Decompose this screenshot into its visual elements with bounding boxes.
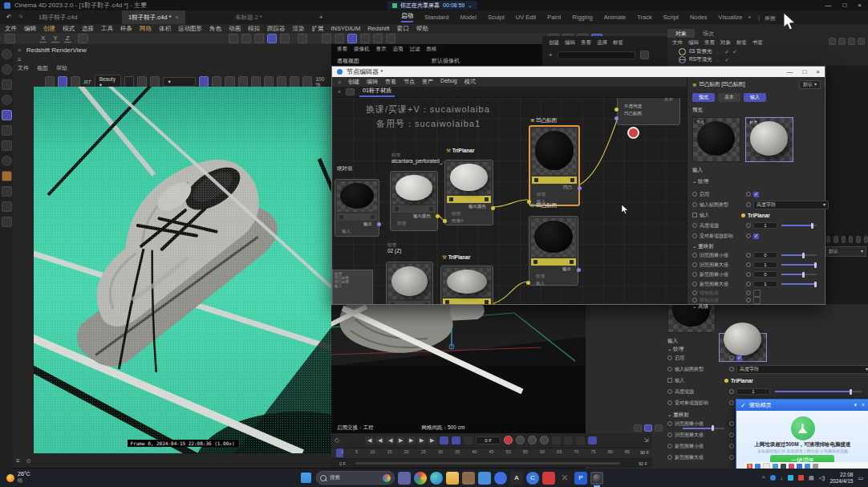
hamburger-icon[interactable]: ≡ bbox=[338, 79, 341, 85]
new-snapshot-icon[interactable] bbox=[290, 76, 299, 87]
tab-input[interactable]: 输入 bbox=[744, 93, 766, 102]
workplane-icon[interactable] bbox=[5, 34, 15, 43]
snapshot-dropdown[interactable]: ▾ bbox=[163, 77, 196, 87]
tab-preview[interactable]: 预览 bbox=[692, 93, 715, 102]
autokey-icon[interactable] bbox=[516, 436, 525, 444]
snap-icon[interactable] bbox=[322, 34, 331, 43]
start-button[interactable] bbox=[301, 473, 311, 483]
node-preview-thumb[interactable]: 节点 bbox=[692, 117, 740, 162]
group-texture[interactable]: ⌄ 纹理 bbox=[663, 342, 683, 353]
node-graph-canvas[interactable]: 换课/买课+V：sucaiwolaiba 备用号：sucaiwolaiba1 绝… bbox=[332, 98, 687, 304]
node-material-cut[interactable]: 反射 不透明度 凹凸贴图 bbox=[617, 98, 680, 125]
playback-button-6[interactable]: ▶ bbox=[428, 436, 436, 444]
freeze-tessellation-icon[interactable] bbox=[238, 76, 248, 87]
layer-dots[interactable]: :‥ bbox=[716, 49, 722, 55]
current-frame-field[interactable]: 0 F bbox=[476, 436, 501, 444]
refresh-icon[interactable] bbox=[71, 76, 80, 87]
app-edge-icon[interactable] bbox=[430, 472, 443, 485]
output-color-port[interactable] bbox=[436, 214, 440, 218]
take-field[interactable] bbox=[558, 51, 635, 59]
trash-icon[interactable] bbox=[640, 51, 649, 59]
snapshot-grid-icon[interactable] bbox=[212, 76, 221, 87]
close-button[interactable]: × bbox=[858, 2, 862, 9]
keyframe-diamond-icon[interactable]: ◇ bbox=[335, 436, 339, 444]
maximize-button[interactable]: □ bbox=[842, 2, 846, 9]
doc-tab-3[interactable]: 未标题 2 * bbox=[229, 10, 269, 24]
menu-item-15[interactable]: 扩展 bbox=[312, 25, 324, 33]
playback-button-4[interactable]: ▶ bbox=[407, 436, 416, 444]
objman-menu-4[interactable]: 标签 bbox=[736, 39, 747, 47]
app-folder-icon[interactable] bbox=[446, 472, 459, 485]
renderview-menu-1[interactable]: 视图 bbox=[37, 64, 48, 72]
icon-size-slider[interactable] bbox=[683, 428, 724, 429]
app-a-icon[interactable]: A bbox=[510, 472, 523, 485]
rotate-icon[interactable] bbox=[2, 95, 12, 105]
material-menu-2[interactable]: 查看 bbox=[581, 39, 591, 47]
compact-view-icon[interactable] bbox=[655, 424, 663, 432]
oldmax-value[interactable]: 1 bbox=[753, 262, 777, 268]
record-param-icon[interactable] bbox=[564, 436, 573, 444]
viewport-menu-3[interactable]: 选项 bbox=[393, 46, 404, 53]
height-value[interactable]: 1 bbox=[736, 388, 770, 395]
scale-tool-icon[interactable] bbox=[254, 34, 264, 43]
menu-item-5[interactable]: 工具 bbox=[101, 25, 113, 33]
layout-tab-11[interactable]: Visualize bbox=[719, 14, 743, 21]
tweak-tool-icon[interactable] bbox=[2, 64, 12, 75]
menu-item-7[interactable]: 网格 bbox=[140, 25, 152, 33]
tab-close-icon[interactable]: × bbox=[175, 14, 178, 21]
icon-view-icon[interactable] bbox=[634, 424, 642, 432]
popup-close-icon[interactable]: × bbox=[862, 402, 865, 408]
output-port[interactable] bbox=[577, 268, 581, 272]
tray-expand-icon[interactable]: ^ bbox=[762, 475, 765, 481]
popup-menu-icon[interactable]: ▾ bbox=[854, 402, 857, 408]
node-editor-menu-6[interactable]: 模式 bbox=[464, 78, 476, 86]
select-tool-icon[interactable] bbox=[229, 34, 238, 43]
home-icon[interactable] bbox=[838, 38, 846, 45]
close-button[interactable]: × bbox=[816, 68, 820, 75]
menu-item-11[interactable]: 动画 bbox=[229, 25, 241, 33]
filter-icon[interactable] bbox=[842, 236, 846, 243]
lock-icon[interactable] bbox=[849, 236, 853, 243]
tray-download-icon[interactable]: ↓ bbox=[781, 475, 784, 481]
objman-menu-2[interactable]: 查看 bbox=[704, 39, 715, 47]
menu-item-18[interactable]: 窗口 bbox=[397, 25, 409, 33]
volume-icon[interactable]: ◁) bbox=[819, 475, 825, 481]
objman-tab-1[interactable]: 场次 bbox=[695, 29, 722, 38]
rotate-tool-icon[interactable] bbox=[267, 34, 277, 43]
oldmin-slider[interactable] bbox=[781, 254, 817, 256]
open-folder-icon[interactable] bbox=[45, 76, 55, 87]
layout-tab-3[interactable]: Sculpt bbox=[488, 14, 505, 21]
group-remap[interactable]: ⌄ 重映射 bbox=[663, 408, 689, 419]
menu-item-4[interactable]: 选择 bbox=[82, 25, 94, 33]
path-bar-icon[interactable] bbox=[858, 38, 865, 45]
quantize-icon[interactable] bbox=[335, 34, 344, 43]
texture-mode-icon[interactable] bbox=[2, 156, 12, 166]
record-icon[interactable] bbox=[504, 436, 513, 444]
menu-item-2[interactable]: 创建 bbox=[43, 25, 55, 33]
viewport-menu-1[interactable]: 摄像机 bbox=[354, 46, 370, 53]
menu-item-3[interactable]: 模式 bbox=[63, 25, 75, 33]
live-selection-icon[interactable] bbox=[2, 49, 12, 59]
node-triplanar-2[interactable] bbox=[440, 266, 493, 304]
camera-lock-icon[interactable] bbox=[124, 76, 134, 87]
minimize-button[interactable]: — bbox=[825, 2, 831, 9]
maximize-button[interactable]: □ bbox=[802, 68, 806, 75]
notifications-icon[interactable]: ▭ bbox=[858, 475, 863, 481]
maptype-dropdown[interactable]: 高度字段▾ bbox=[753, 201, 829, 209]
app-c4d-icon[interactable]: C bbox=[526, 472, 539, 485]
axis-lock-1[interactable]: Y bbox=[51, 34, 59, 43]
app-mail-icon[interactable] bbox=[478, 472, 491, 485]
playback-button-3[interactable]: ▶ bbox=[396, 436, 405, 444]
viewport-name[interactable]: 透视视图 bbox=[337, 57, 359, 65]
layout-tab-5[interactable]: Paint bbox=[547, 14, 561, 21]
app-red-icon[interactable] bbox=[542, 472, 555, 485]
viewport-camera[interactable]: 默认摄像机 bbox=[432, 57, 460, 65]
objman-menu-0[interactable]: 文件 bbox=[672, 39, 683, 47]
menu-item-6[interactable]: 样条 bbox=[120, 25, 132, 33]
menu-item-13[interactable]: 跟踪器 bbox=[267, 25, 286, 33]
menu-item-17[interactable]: Redshift bbox=[367, 25, 390, 32]
node-texture-alcantara[interactable]: 输出颜色 纹理 bbox=[390, 171, 438, 231]
render-check-icon[interactable]: ✓ bbox=[732, 49, 737, 55]
app-blue-icon[interactable] bbox=[494, 472, 507, 485]
search-icon[interactable] bbox=[834, 236, 838, 243]
